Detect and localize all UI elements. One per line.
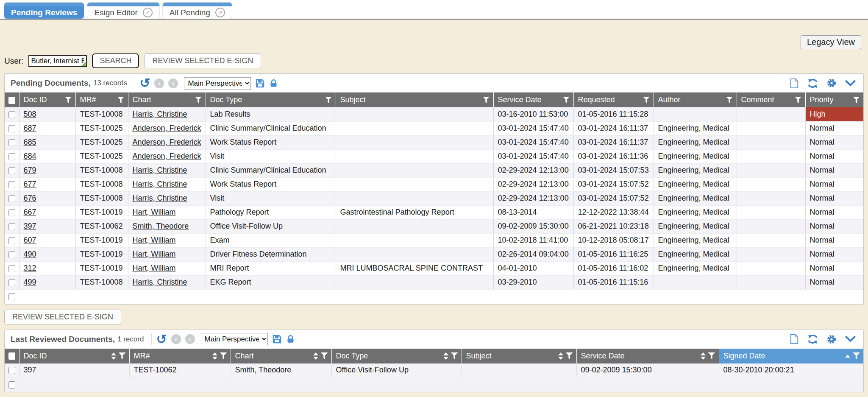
row-checkbox[interactable] <box>8 195 15 202</box>
select-all-checkbox[interactable] <box>8 352 15 360</box>
sort-icon[interactable] <box>111 352 116 360</box>
row-checkbox[interactable] <box>8 367 15 374</box>
doc-id-link[interactable]: 687 <box>24 124 36 132</box>
doc-id-link[interactable]: 676 <box>24 194 36 202</box>
undo-icon[interactable]: ↺ <box>139 78 150 89</box>
doc-id-link[interactable]: 508 <box>24 110 36 118</box>
prev-icon[interactable]: ‹ <box>171 334 181 344</box>
next-icon[interactable]: › <box>185 334 195 344</box>
doc-id-link[interactable]: 499 <box>24 278 36 286</box>
row-checkbox[interactable] <box>8 209 15 216</box>
chart-link[interactable]: Harris, Christine <box>133 110 187 118</box>
filter-funnel-icon[interactable] <box>321 352 328 359</box>
tab-all-pending[interactable]: All Pending ↗ <box>163 3 232 19</box>
chevron-down-icon[interactable] <box>845 80 856 87</box>
review-selected-esign-button-bottom[interactable]: REVIEW SELECTED E-SIGN <box>4 310 121 324</box>
row-checkbox[interactable] <box>8 223 15 230</box>
chevron-down-icon[interactable] <box>845 336 856 342</box>
gear-icon[interactable] <box>826 334 837 344</box>
sort-icon[interactable] <box>212 352 217 360</box>
filter-funnel-icon[interactable] <box>325 97 332 103</box>
filter-funnel-icon[interactable] <box>65 97 72 103</box>
doc-id-link[interactable]: 685 <box>24 138 36 146</box>
prev-icon[interactable]: ‹ <box>154 78 164 88</box>
row-checkbox[interactable] <box>8 381 15 389</box>
search-button[interactable]: SEARCH <box>92 53 139 68</box>
filter-funnel-icon[interactable] <box>220 352 227 359</box>
sort-icon[interactable] <box>443 352 448 360</box>
sort-icon[interactable] <box>313 352 318 360</box>
chart-link[interactable]: Harris, Christine <box>133 278 187 286</box>
lock-perspective-icon[interactable] <box>269 78 278 88</box>
external-link-icon[interactable]: ↗ <box>143 8 153 17</box>
row-checkbox[interactable] <box>8 139 15 146</box>
filter-funnel-icon[interactable] <box>566 352 573 359</box>
perspective-select[interactable]: Main Perspective <box>184 77 251 89</box>
filter-funnel-icon[interactable] <box>853 352 860 359</box>
chart-link[interactable]: Smith, Theodore <box>235 366 292 374</box>
doc-id-link[interactable]: 607 <box>24 236 36 244</box>
filter-funnel-icon[interactable] <box>726 97 733 103</box>
perspective-select[interactable]: Main Perspective <box>201 333 268 345</box>
gear-icon[interactable] <box>826 78 837 88</box>
filter-funnel-icon[interactable] <box>795 97 802 103</box>
lock-perspective-icon[interactable] <box>286 334 295 344</box>
refresh-icon[interactable] <box>807 334 818 344</box>
row-checkbox[interactable] <box>8 237 15 244</box>
filter-funnel-icon[interactable] <box>483 97 490 103</box>
filter-funnel-icon[interactable] <box>451 352 458 359</box>
next-icon[interactable]: › <box>168 78 178 88</box>
refresh-icon[interactable] <box>807 78 818 89</box>
row-checkbox[interactable] <box>8 251 15 258</box>
external-link-icon[interactable]: ↗ <box>215 8 225 17</box>
doc-id-link[interactable]: 397 <box>24 222 36 230</box>
row-checkbox[interactable] <box>8 279 15 286</box>
chart-link[interactable]: Smith, Theodore <box>133 222 189 230</box>
doc-id-link[interactable]: 667 <box>24 208 36 216</box>
doc-id-link[interactable]: 684 <box>24 152 36 160</box>
filter-funnel-icon[interactable] <box>643 97 650 103</box>
row-checkbox[interactable] <box>8 125 15 132</box>
filter-funnel-icon[interactable] <box>195 97 202 103</box>
doc-id-link[interactable]: 312 <box>24 264 36 272</box>
row-checkbox[interactable] <box>8 167 15 174</box>
chart-link[interactable]: Anderson, Frederick <box>133 124 201 132</box>
new-document-icon[interactable] <box>790 78 799 89</box>
review-selected-esign-button-top[interactable]: REVIEW SELECTED E-SIGN <box>144 53 261 68</box>
chart-link[interactable]: Anderson, Frederick <box>133 152 201 160</box>
legacy-view-button[interactable]: Legacy View <box>801 35 861 49</box>
filter-funnel-icon[interactable] <box>119 352 126 359</box>
tab-pending-reviews[interactable]: Pending Reviews <box>4 3 84 19</box>
sort-ascending-icon[interactable] <box>845 355 850 358</box>
sort-icon[interactable] <box>701 352 706 360</box>
chart-link[interactable]: Harris, Christine <box>133 180 187 188</box>
filter-funnel-icon[interactable] <box>117 97 125 103</box>
undo-icon[interactable]: ↺ <box>156 334 167 345</box>
chart-link[interactable]: Harris, Christine <box>133 166 187 174</box>
filter-funnel-icon[interactable] <box>563 97 570 103</box>
row-checkbox[interactable] <box>8 181 15 188</box>
select-all-checkbox[interactable] <box>8 97 15 104</box>
row-checkbox[interactable] <box>8 153 15 160</box>
save-perspective-icon[interactable] <box>255 78 265 88</box>
tab-esign-editor[interactable]: Esign Editor ↗ <box>87 3 159 19</box>
doc-id-link[interactable]: 677 <box>24 180 36 188</box>
save-perspective-icon[interactable] <box>272 334 282 344</box>
chart-link[interactable]: Harris, Christine <box>133 194 187 202</box>
doc-id-link[interactable]: 490 <box>24 250 36 258</box>
row-checkbox[interactable] <box>8 293 15 300</box>
filter-funnel-icon[interactable] <box>853 97 860 103</box>
chart-link[interactable]: Hart, William <box>133 208 176 216</box>
chart-link[interactable]: Anderson, Frederick <box>133 138 201 146</box>
new-document-icon[interactable] <box>790 334 799 344</box>
sort-icon[interactable] <box>558 352 563 360</box>
doc-id-link[interactable]: 679 <box>24 166 36 174</box>
user-input[interactable] <box>28 55 87 67</box>
chart-link[interactable]: Hart, William <box>133 264 176 272</box>
chart-link[interactable]: Hart, William <box>133 250 176 258</box>
row-checkbox[interactable] <box>8 111 15 118</box>
doc-id-link[interactable]: 397 <box>24 366 36 374</box>
chart-link[interactable]: Hart, William <box>133 236 176 244</box>
filter-funnel-icon[interactable] <box>708 352 715 359</box>
row-checkbox[interactable] <box>8 265 15 272</box>
